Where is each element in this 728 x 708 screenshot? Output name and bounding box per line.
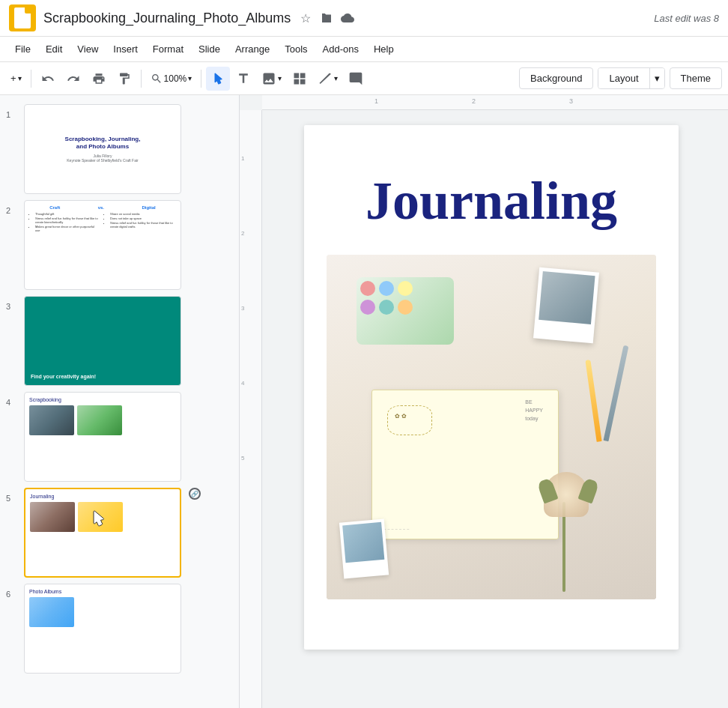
slide-item-5[interactable]: 5 Journaling 🔗 (0, 485, 239, 581)
ruler-vertical: 1 2 3 4 5 (240, 110, 262, 708)
menu-slide[interactable]: Slide (192, 40, 226, 58)
journal-image-1 (30, 502, 75, 532)
slide-item-3[interactable]: 3 Find your creativity again! (0, 293, 239, 389)
slide-1-title: Scrapbooking, Journaling,and Photo Album… (65, 136, 141, 151)
slide-item-6[interactable]: 6 Photo Albums (0, 581, 239, 677)
undo-button[interactable] (36, 67, 60, 91)
main-area: 1 Scrapbooking, Journaling,and Photo Alb… (0, 95, 728, 708)
slide-thumb-3[interactable]: Find your creativity again! (24, 296, 181, 386)
image-tool[interactable]: ▾ (257, 68, 286, 89)
zoom-control[interactable]: 100% ▾ (146, 70, 197, 88)
toolbar-right: Background Layout ▾ Theme (519, 67, 722, 89)
journal-image-2 (78, 502, 123, 532)
comment-tool[interactable] (344, 67, 368, 91)
menu-view[interactable]: View (71, 40, 104, 58)
last-edit-text: Last edit was 8 (654, 13, 719, 24)
layout-dropdown-button[interactable]: ▾ (649, 68, 664, 88)
slide-2-header: Craftvs.Digital (31, 205, 175, 210)
app-icon (9, 4, 36, 31)
slide-number-1: 1 (6, 110, 18, 119)
slide-panel: 1 Scrapbooking, Journaling,and Photo Alb… (0, 95, 240, 708)
folder-icon[interactable] (319, 10, 334, 25)
slide-3-text: Find your creativity again! (31, 374, 96, 379)
slide-canvas[interactable]: Journaling ✿ ✿ BEHAPPYtoday (304, 125, 679, 650)
menu-addons[interactable]: Add-ons (317, 40, 365, 58)
redo-button[interactable] (61, 67, 85, 91)
menu-insert[interactable]: Insert (107, 40, 144, 58)
slide-number-3: 3 (6, 302, 18, 311)
slide-thumb-4[interactable]: Scrapbooking (24, 392, 181, 482)
print-button[interactable] (87, 67, 111, 91)
slide-number-6: 6 (6, 590, 18, 599)
slide-item-4[interactable]: 4 Scrapbooking (0, 389, 239, 485)
background-button[interactable]: Background (519, 67, 593, 89)
link-icon: 🔗 (189, 488, 201, 500)
slide-2-content: Thoughtful gift Stress relief and fun ho… (31, 212, 175, 233)
layout-button[interactable]: Layout (598, 68, 649, 88)
menu-arrange[interactable]: Arrange (229, 40, 276, 58)
slide-5-images (30, 502, 175, 532)
photo-image-1 (29, 597, 74, 627)
slide-6-images (29, 597, 176, 627)
separator-3 (201, 70, 201, 88)
canvas-area[interactable]: 1 2 3 4 5 1 2 3 Journaling (240, 95, 728, 708)
separator-1 (31, 70, 31, 88)
theme-button[interactable]: Theme (670, 67, 722, 89)
title-icons: ☆ (298, 10, 355, 25)
slide-thumb-2[interactable]: Craftvs.Digital Thoughtful gift Stress r… (24, 200, 181, 290)
scrap-image-2 (77, 405, 122, 435)
slide-thumb-5[interactable]: Journaling (24, 488, 181, 578)
text-tool[interactable] (231, 67, 255, 91)
ruler-horizontal: 1 2 3 (262, 95, 728, 110)
slide-main-title: Journaling (304, 125, 679, 255)
slide-number-5: 5 (6, 494, 18, 503)
slide-4-title: Scrapbooking (29, 397, 176, 402)
title-bar: Scrapbooking_Journaling_Photo_Albums ☆ L… (0, 0, 728, 37)
paint-format-button[interactable] (112, 67, 136, 91)
menu-edit[interactable]: Edit (40, 40, 68, 58)
slide-thumb-6[interactable]: Photo Albums (24, 584, 181, 674)
document-title: Scrapbooking_Journaling_Photo_Albums (43, 10, 291, 26)
slide-4-images (29, 405, 176, 435)
active-indicator-5: 🔗 (187, 488, 202, 500)
separator-2 (141, 70, 142, 88)
menu-bar: File Edit View Insert Format Slide Arran… (0, 37, 728, 62)
slide-item-2[interactable]: 2 Craftvs.Digital Thoughtful gift Stress… (0, 197, 239, 293)
slide-number-2: 2 (6, 206, 18, 215)
star-icon[interactable]: ☆ (298, 10, 313, 25)
slide-thumb-1[interactable]: Scrapbooking, Journaling,and Photo Album… (24, 104, 181, 194)
add-button[interactable]: + ▾ (6, 70, 26, 87)
shape-tool[interactable] (288, 67, 312, 91)
slide-item-1[interactable]: 1 Scrapbooking, Journaling,and Photo Alb… (0, 101, 239, 197)
slide-6-title: Photo Albums (29, 589, 176, 594)
toolbar: + ▾ 100% ▾ ▾ ▾ (0, 62, 728, 95)
slide-main-image: ✿ ✿ BEHAPPYtoday ~ ~ ~ ~ ~ ~ ~ (327, 255, 656, 599)
menu-help[interactable]: Help (368, 40, 400, 58)
slide-1-subtitle: Julia FilloryKeynote Speaker of Shelbyfi… (67, 154, 138, 163)
cloud-icon[interactable] (340, 10, 355, 25)
line-tool[interactable]: ▾ (313, 68, 342, 89)
menu-file[interactable]: File (9, 40, 37, 58)
cursor-tool[interactable] (206, 67, 230, 91)
slide-5-title: Journaling (30, 494, 175, 499)
menu-tools[interactable]: Tools (279, 40, 313, 58)
menu-format[interactable]: Format (147, 40, 189, 58)
slide-number-4: 4 (6, 398, 18, 407)
scrap-image-1 (29, 405, 74, 435)
